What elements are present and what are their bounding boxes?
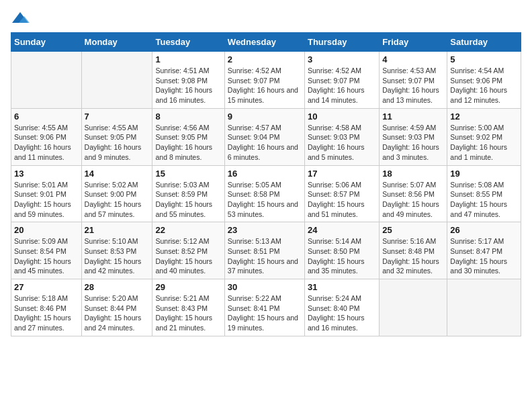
calendar-cell: 28Sunrise: 5:20 AM Sunset: 8:44 PM Dayli…: [81, 279, 152, 336]
day-number: 12: [450, 111, 518, 122]
calendar-cell: 4Sunrise: 4:53 AM Sunset: 9:07 PM Daylig…: [380, 52, 447, 109]
calendar-cell: 25Sunrise: 5:16 AM Sunset: 8:48 PM Dayli…: [380, 222, 447, 279]
calendar-cell: 22Sunrise: 5:12 AM Sunset: 8:52 PM Dayli…: [152, 222, 224, 279]
day-number: 27: [14, 282, 79, 292]
day-number: 30: [228, 282, 302, 292]
logo: [11, 11, 32, 26]
calendar-cell: 27Sunrise: 5:18 AM Sunset: 8:46 PM Dayli…: [11, 279, 82, 336]
calendar-week-2: 6Sunrise: 4:55 AM Sunset: 9:06 PM Daylig…: [11, 108, 521, 165]
day-detail: Sunrise: 4:55 AM Sunset: 9:05 PM Dayligh…: [85, 123, 150, 163]
day-detail: Sunrise: 5:07 AM Sunset: 8:56 PM Dayligh…: [382, 180, 444, 220]
logo-icon: [11, 11, 30, 26]
day-number: 6: [14, 111, 79, 122]
day-detail: Sunrise: 5:14 AM Sunset: 8:50 PM Dayligh…: [308, 236, 376, 276]
day-number: 16: [228, 169, 302, 179]
calendar-header-row: SundayMondayTuesdayWednesdayThursdayFrid…: [11, 33, 521, 52]
calendar-cell: 9Sunrise: 4:57 AM Sunset: 9:04 PM Daylig…: [224, 108, 304, 165]
day-detail: Sunrise: 4:56 AM Sunset: 9:05 PM Dayligh…: [155, 123, 221, 163]
day-number: 15: [155, 169, 221, 179]
header-cell-wednesday: Wednesday: [224, 33, 304, 52]
day-number: 25: [382, 225, 444, 235]
calendar-cell: 15Sunrise: 5:03 AM Sunset: 8:59 PM Dayli…: [152, 165, 224, 222]
calendar-cell: 3Sunrise: 4:52 AM Sunset: 9:07 PM Daylig…: [304, 52, 379, 109]
day-number: 8: [155, 111, 221, 122]
calendar-cell: 17Sunrise: 5:06 AM Sunset: 8:57 PM Dayli…: [304, 165, 379, 222]
day-number: 24: [308, 225, 376, 235]
day-number: 17: [308, 169, 376, 179]
header-cell-thursday: Thursday: [304, 33, 379, 52]
day-detail: Sunrise: 5:24 AM Sunset: 8:40 PM Dayligh…: [308, 293, 376, 333]
day-detail: Sunrise: 5:12 AM Sunset: 8:52 PM Dayligh…: [155, 236, 221, 276]
calendar-week-3: 13Sunrise: 5:01 AM Sunset: 9:01 PM Dayli…: [11, 165, 521, 222]
day-number: 11: [382, 111, 444, 122]
day-number: 5: [450, 54, 518, 64]
calendar-cell: 20Sunrise: 5:09 AM Sunset: 8:54 PM Dayli…: [11, 222, 82, 279]
calendar-cell: 11Sunrise: 4:59 AM Sunset: 9:03 PM Dayli…: [380, 108, 447, 165]
calendar-cell: 31Sunrise: 5:24 AM Sunset: 8:40 PM Dayli…: [304, 279, 379, 336]
header-cell-saturday: Saturday: [447, 33, 521, 52]
day-number: 4: [382, 54, 444, 64]
day-detail: Sunrise: 5:21 AM Sunset: 8:43 PM Dayligh…: [155, 293, 221, 333]
calendar-cell: 6Sunrise: 4:55 AM Sunset: 9:06 PM Daylig…: [11, 108, 82, 165]
calendar-cell: 23Sunrise: 5:13 AM Sunset: 8:51 PM Dayli…: [224, 222, 304, 279]
calendar-cell: [11, 52, 82, 109]
day-detail: Sunrise: 5:13 AM Sunset: 8:51 PM Dayligh…: [228, 236, 302, 276]
header-cell-friday: Friday: [380, 33, 447, 52]
day-number: 26: [450, 225, 518, 235]
day-detail: Sunrise: 4:53 AM Sunset: 9:07 PM Dayligh…: [382, 66, 444, 105]
day-number: 22: [155, 225, 221, 235]
calendar-cell: 1Sunrise: 4:51 AM Sunset: 9:08 PM Daylig…: [152, 52, 224, 109]
day-detail: Sunrise: 5:16 AM Sunset: 8:48 PM Dayligh…: [382, 236, 444, 276]
day-detail: Sunrise: 5:05 AM Sunset: 8:58 PM Dayligh…: [228, 180, 302, 220]
day-number: 29: [155, 282, 221, 292]
day-detail: Sunrise: 5:22 AM Sunset: 8:41 PM Dayligh…: [228, 293, 302, 333]
day-number: 21: [85, 225, 150, 235]
day-detail: Sunrise: 4:52 AM Sunset: 9:07 PM Dayligh…: [308, 66, 376, 105]
day-number: 1: [155, 54, 221, 64]
day-detail: Sunrise: 5:09 AM Sunset: 8:54 PM Dayligh…: [14, 236, 79, 276]
calendar-cell: 19Sunrise: 5:08 AM Sunset: 8:55 PM Dayli…: [447, 165, 521, 222]
calendar-cell: [81, 52, 152, 109]
day-detail: Sunrise: 4:54 AM Sunset: 9:06 PM Dayligh…: [450, 66, 518, 105]
day-number: 23: [228, 225, 302, 235]
header: [11, 11, 521, 26]
calendar-cell: [380, 279, 447, 336]
day-detail: Sunrise: 5:01 AM Sunset: 9:01 PM Dayligh…: [14, 180, 79, 220]
day-detail: Sunrise: 5:08 AM Sunset: 8:55 PM Dayligh…: [450, 180, 518, 220]
calendar-cell: 8Sunrise: 4:56 AM Sunset: 9:05 PM Daylig…: [152, 108, 224, 165]
calendar-cell: 7Sunrise: 4:55 AM Sunset: 9:05 PM Daylig…: [81, 108, 152, 165]
day-detail: Sunrise: 5:06 AM Sunset: 8:57 PM Dayligh…: [308, 180, 376, 220]
day-number: 14: [85, 169, 150, 179]
day-number: 20: [14, 225, 79, 235]
calendar-cell: 16Sunrise: 5:05 AM Sunset: 8:58 PM Dayli…: [224, 165, 304, 222]
calendar-cell: 21Sunrise: 5:10 AM Sunset: 8:53 PM Dayli…: [81, 222, 152, 279]
calendar-cell: 26Sunrise: 5:17 AM Sunset: 8:47 PM Dayli…: [447, 222, 521, 279]
day-number: 13: [14, 169, 79, 179]
day-number: 28: [85, 282, 150, 292]
day-detail: Sunrise: 4:58 AM Sunset: 9:03 PM Dayligh…: [308, 123, 376, 163]
day-detail: Sunrise: 5:00 AM Sunset: 9:02 PM Dayligh…: [450, 123, 518, 163]
calendar-cell: 13Sunrise: 5:01 AM Sunset: 9:01 PM Dayli…: [11, 165, 82, 222]
day-number: 2: [228, 54, 302, 64]
day-number: 18: [382, 169, 444, 179]
day-detail: Sunrise: 4:51 AM Sunset: 9:08 PM Dayligh…: [155, 66, 221, 105]
day-number: 3: [308, 54, 376, 64]
header-cell-monday: Monday: [81, 33, 152, 52]
header-cell-tuesday: Tuesday: [152, 33, 224, 52]
calendar-cell: 18Sunrise: 5:07 AM Sunset: 8:56 PM Dayli…: [380, 165, 447, 222]
calendar-week-1: 1Sunrise: 4:51 AM Sunset: 9:08 PM Daylig…: [11, 52, 521, 109]
day-detail: Sunrise: 4:55 AM Sunset: 9:06 PM Dayligh…: [14, 123, 79, 163]
calendar-cell: 29Sunrise: 5:21 AM Sunset: 8:43 PM Dayli…: [152, 279, 224, 336]
day-detail: Sunrise: 5:18 AM Sunset: 8:46 PM Dayligh…: [14, 293, 79, 333]
day-detail: Sunrise: 4:52 AM Sunset: 9:07 PM Dayligh…: [228, 66, 302, 105]
calendar-cell: 30Sunrise: 5:22 AM Sunset: 8:41 PM Dayli…: [224, 279, 304, 336]
day-number: 7: [85, 111, 150, 122]
header-cell-sunday: Sunday: [11, 33, 82, 52]
day-number: 19: [450, 169, 518, 179]
calendar-cell: 2Sunrise: 4:52 AM Sunset: 9:07 PM Daylig…: [224, 52, 304, 109]
calendar-cell: 14Sunrise: 5:02 AM Sunset: 9:00 PM Dayli…: [81, 165, 152, 222]
day-detail: Sunrise: 5:20 AM Sunset: 8:44 PM Dayligh…: [85, 293, 150, 333]
day-number: 9: [228, 111, 302, 122]
day-detail: Sunrise: 4:59 AM Sunset: 9:03 PM Dayligh…: [382, 123, 444, 163]
day-detail: Sunrise: 4:57 AM Sunset: 9:04 PM Dayligh…: [228, 123, 302, 163]
